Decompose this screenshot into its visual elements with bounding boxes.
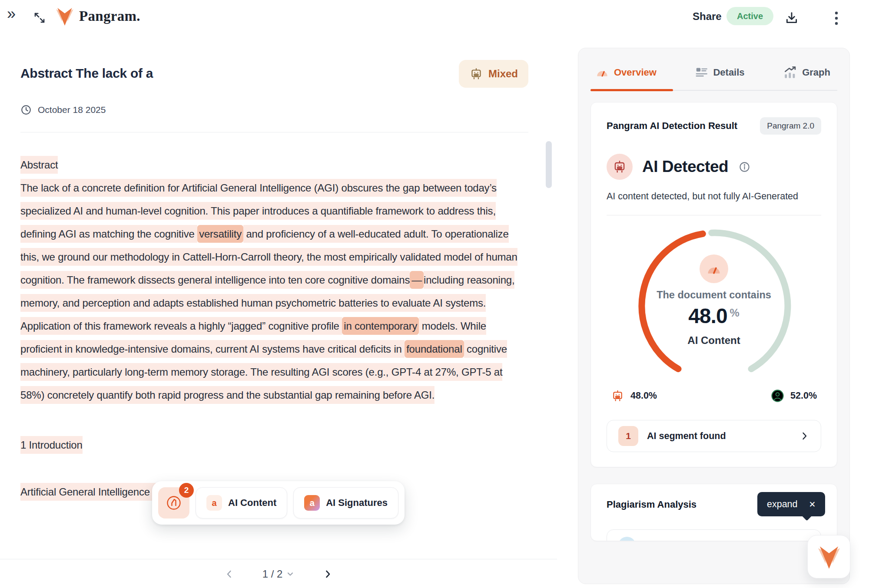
brand[interactable]: Pangram.: [56, 6, 140, 26]
person-icon: [771, 389, 784, 403]
info-icon[interactable]: [739, 161, 750, 173]
tab-graph-label: Graph: [802, 67, 830, 78]
panel-tabs: Overview Details Graph: [578, 48, 849, 79]
abstract-paragraph: The lack of a concrete definition for Ar…: [20, 176, 524, 406]
model-version-badge: Pangram 2.0: [760, 117, 821, 135]
expand-tooltip: expand ✕: [757, 492, 825, 516]
plagiarism-status-icon: [618, 537, 636, 541]
gauge-dial-icon: [700, 254, 728, 283]
expand-tooltip-label: expand: [767, 499, 798, 510]
mixed-verdict-badge: Mixed: [459, 60, 528, 88]
pangram-logo-icon: [817, 544, 841, 569]
highlight-toolbar: 2 a AI Content a AI Signatures: [152, 481, 405, 525]
page-indicator-value: 1 / 2: [262, 568, 283, 580]
ai-signatures-filter-button[interactable]: a AI Signatures: [293, 487, 398, 519]
trend-chart-icon: [784, 66, 797, 79]
details-list-icon: [696, 67, 708, 78]
ai-signatures-label: AI Signatures: [326, 497, 388, 509]
close-icon[interactable]: ✕: [809, 499, 816, 509]
segment-label: AI segment found: [647, 431, 726, 442]
pagination-bar: 1 / 2: [0, 559, 557, 588]
divider: [20, 132, 528, 132]
more-options-icon[interactable]: [829, 10, 844, 27]
highlighter-icon: [165, 494, 182, 512]
gauge-icon: [596, 67, 609, 78]
gauge-label: AI Content: [607, 334, 821, 347]
detection-card-title: Pangram AI Detection Result: [607, 120, 737, 132]
clock-icon: [20, 104, 32, 116]
ai-percent-value: 48.0: [688, 304, 727, 328]
plagiarism-result-stub: [607, 529, 821, 541]
previous-page-icon[interactable]: [224, 569, 235, 579]
tab-underline: [590, 90, 837, 91]
ai-share-value: 48.0%: [630, 390, 657, 401]
tab-graph[interactable]: Graph: [784, 66, 830, 79]
tab-overview-label: Overview: [614, 67, 657, 78]
verdict-text: AI Detected: [642, 158, 728, 176]
gauge-caption: The document contains: [607, 289, 821, 301]
human-share-item: 52.0%: [771, 389, 817, 403]
robot-icon: [469, 67, 483, 81]
segment-count-badge: 1: [618, 426, 638, 446]
ai-signatures-icon: a: [304, 495, 320, 511]
chevron-right-icon: [799, 431, 809, 441]
tab-details[interactable]: Details: [696, 66, 744, 79]
chevron-down-icon: [286, 570, 295, 578]
abstract-heading: Abstract: [20, 153, 524, 176]
percent-sign: %: [730, 307, 740, 319]
detection-result-card: Pangram AI Detection Result Pangram 2.0 …: [590, 102, 837, 467]
sidebar-expand-icon[interactable]: »: [7, 6, 16, 22]
pangram-widget-button[interactable]: [807, 535, 850, 578]
download-icon[interactable]: [784, 10, 799, 25]
ai-segment-row[interactable]: 1 AI segment found: [607, 420, 821, 452]
verdict-subtitle: AI content detected, but not fully AI-Ge…: [607, 191, 821, 202]
status-badge: Active: [726, 7, 773, 25]
document-date: October 18 2025: [38, 105, 106, 115]
tab-details-label: Details: [713, 67, 744, 78]
ai-content-gauge: The document contains 48.0 % AI Content: [607, 221, 821, 381]
ai-content-filter-button[interactable]: a AI Content: [196, 487, 287, 519]
divider: [607, 215, 821, 215]
document-title: Abstract The lack of a: [20, 66, 153, 81]
document-viewer: Abstract The lack of a Mixed October 18 …: [0, 35, 557, 559]
human-share-value: 52.0%: [790, 390, 817, 401]
share-button[interactable]: Share: [693, 10, 722, 23]
tab-overview[interactable]: Overview: [596, 66, 657, 79]
mixed-badge-label: Mixed: [488, 68, 518, 80]
ai-detected-icon: [607, 154, 633, 180]
active-tab-indicator: [590, 89, 673, 91]
document-date-row: October 18 2025: [20, 104, 528, 116]
document-body: Abstract The lack of a concrete definiti…: [20, 153, 524, 503]
gauge-arc-ai: [642, 234, 703, 369]
pangram-logo-icon: [56, 6, 74, 26]
page-indicator[interactable]: 1 / 2: [262, 568, 295, 580]
brand-name: Pangram.: [79, 8, 140, 24]
highlighter-toggle-button[interactable]: 2: [158, 487, 189, 519]
document-scrollbar-thumb[interactable]: [546, 141, 552, 188]
ai-share-item: 48.0%: [611, 389, 657, 403]
introduction-heading: 1 Introduction: [20, 433, 524, 456]
highlight-count-badge: 2: [179, 483, 194, 498]
next-page-icon[interactable]: [322, 569, 333, 579]
robot-icon: [611, 389, 624, 403]
ai-content-label: AI Content: [228, 497, 276, 509]
ai-content-icon: a: [206, 495, 222, 511]
top-bar: » Pangram. Share Active: [0, 0, 869, 36]
ai-human-share-row: 48.0% 52.0%: [607, 389, 821, 403]
fullscreen-icon[interactable]: [33, 11, 46, 24]
